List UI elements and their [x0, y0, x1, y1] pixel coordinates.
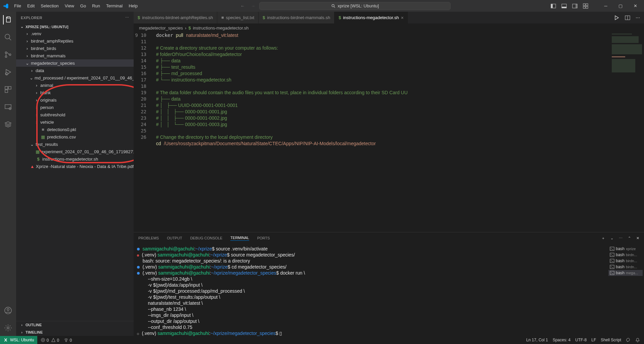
menu-run[interactable]: Run — [89, 2, 103, 10]
activity-extensions-icon[interactable] — [3, 85, 13, 94]
status-language[interactable]: Shell Script — [601, 338, 621, 342]
panel-maximize-icon[interactable]: ⌃ — [628, 236, 631, 240]
terminal-item[interactable]: bash birdn... — [608, 252, 643, 258]
window-close-button[interactable]: ✕ — [629, 3, 641, 8]
terminal-item[interactable]: bash mega... — [608, 270, 643, 276]
activity-remote-icon[interactable] — [3, 102, 13, 112]
status-remote[interactable]: WSL: Ubuntu — [0, 336, 37, 344]
panel-tab-debug-console[interactable]: DEBUG CONSOLE — [190, 236, 222, 240]
terminal-item[interactable]: bash xprize — [608, 246, 643, 252]
outline-section[interactable]: ›OUTLINE — [16, 321, 134, 329]
folder-item[interactable]: ⌄megadetector_species — [16, 59, 134, 67]
activity-account-icon[interactable] — [3, 306, 13, 315]
folder-item[interactable]: ›data — [16, 67, 134, 74]
chevron-icon: › — [34, 90, 39, 95]
layout-toggle-1-icon[interactable] — [551, 3, 556, 9]
terminal-item[interactable]: bash birdn... — [608, 258, 643, 264]
svg-rect-20 — [8, 87, 11, 89]
status-eol[interactable]: LF — [591, 338, 596, 342]
file-item[interactable]: ▦experiment_2024_07_01__09_46_06_1719827… — [16, 148, 134, 155]
status-bell-icon[interactable] — [635, 338, 640, 342]
folder-item[interactable]: ›person — [16, 104, 134, 111]
nav-forward-icon[interactable]: → — [251, 3, 255, 8]
terminal-shell-icon — [610, 246, 614, 251]
status-ports[interactable]: 0 — [64, 338, 72, 343]
minimap[interactable] — [610, 32, 644, 232]
file-item[interactable]: ▦predictions.csv — [16, 133, 134, 140]
terminal-item[interactable]: bash birdn... — [608, 264, 643, 270]
nav-back-icon[interactable]: ← — [240, 3, 245, 8]
menu-file[interactable]: File — [11, 2, 24, 10]
file-item[interactable]: ≡detections0.pkl — [16, 126, 134, 133]
layout-customize-icon[interactable] — [583, 3, 588, 9]
editor-tab[interactable]: $instructions-birdnet-mammals.sh — [259, 12, 334, 23]
panel-tab-ports[interactable]: PORTS — [257, 236, 270, 240]
editor-tab[interactable]: ≡species_list.txt — [217, 12, 259, 23]
panel-tab-terminal[interactable]: TERMINAL — [230, 236, 249, 241]
run-icon[interactable] — [614, 15, 619, 20]
panel-tab-output[interactable]: OUTPUT — [167, 236, 182, 240]
menu-go[interactable]: Go — [78, 2, 89, 10]
folder-item[interactable]: ›subthreshold — [16, 111, 134, 118]
folder-item[interactable]: ›originals — [16, 96, 134, 104]
menu-selection[interactable]: Selection — [38, 2, 61, 10]
editor-area: $instructions-birdnet-amphReptiles.sh≡sp… — [134, 12, 644, 336]
folder-item[interactable]: ›birdnet_birds — [16, 45, 134, 52]
svg-rect-30 — [610, 247, 614, 251]
svg-rect-8 — [583, 4, 585, 6]
terminal-dropdown-icon[interactable]: ⌄ — [610, 236, 613, 240]
explorer-more-icon[interactable]: ⋯ — [125, 15, 129, 20]
folder-item[interactable]: ›vehicle — [16, 118, 134, 126]
dollar-icon: $ — [338, 15, 341, 20]
status-errors[interactable]: 0 0 — [41, 338, 59, 343]
nav-arrows: ← → — [240, 3, 255, 8]
code-editor[interactable]: 9 10 11 12 13 14 15 16 17 18 19 20 21 22… — [134, 32, 644, 232]
new-terminal-icon[interactable]: ＋ — [601, 236, 605, 241]
activity-settings-icon[interactable] — [3, 323, 13, 333]
panel-close-icon[interactable]: ✕ — [636, 236, 639, 240]
status-encoding[interactable]: UTF-8 — [575, 338, 587, 342]
tree-root[interactable]: ⌄ XPRIZE [WSL: UBUNTU] — [16, 23, 134, 30]
timeline-section[interactable]: ›TIMELINE — [16, 329, 134, 336]
status-feedback-icon[interactable] — [626, 338, 631, 342]
menu-edit[interactable]: Edit — [25, 2, 37, 10]
window-maximize-button[interactable]: ▢ — [614, 3, 627, 8]
code-content[interactable]: docker pull naturalstate/md_vit:latest #… — [150, 32, 610, 232]
folder-item[interactable]: ›.venv — [16, 30, 134, 37]
menu-help[interactable]: Help — [126, 2, 140, 10]
panel-more-icon[interactable]: ⋯ — [619, 236, 623, 240]
activity-explorer-icon[interactable] — [3, 15, 12, 24]
menu-view[interactable]: View — [62, 2, 77, 10]
folder-item[interactable]: ⌄md_processed / experiment_2024_07_01__0… — [16, 74, 134, 81]
editor-tab[interactable]: $instructions-birdnet-amphReptiles.sh — [134, 12, 217, 23]
panel-tab-problems[interactable]: PROBLEMS — [138, 236, 159, 240]
window-minimize-button[interactable]: ─ — [600, 3, 612, 8]
folder-item[interactable]: ⌄test_results — [16, 140, 134, 148]
folder-item[interactable]: ›birdnet_mammals — [16, 52, 134, 59]
menu-terminal[interactable]: Terminal — [103, 2, 125, 10]
split-editor-icon[interactable] — [625, 15, 630, 20]
layout-toggle-3-icon[interactable] — [572, 3, 578, 9]
terminal-shell-icon — [610, 252, 614, 257]
editor-tabs: $instructions-birdnet-amphReptiles.sh≡sp… — [134, 12, 644, 23]
file-item[interactable]: $instructions-megadetector.sh — [16, 155, 134, 163]
activity-stack-icon[interactable] — [3, 120, 13, 129]
layout-toggle-2-icon[interactable] — [561, 3, 567, 9]
breadcrumb[interactable]: megadetector_species › $ instructions-me… — [134, 23, 644, 32]
activity-search-icon[interactable] — [3, 33, 13, 42]
tab-close-icon[interactable]: × — [401, 15, 404, 20]
explorer-title: EXPLORER — [21, 16, 42, 20]
svg-point-14 — [5, 52, 7, 54]
activity-debug-icon[interactable] — [3, 67, 13, 77]
terminal-output[interactable]: sammigachuhi@gachuhi:~/xprize$ source .v… — [134, 244, 607, 336]
file-item[interactable]: ▲Xprize -Natural state - Neoxia - Data &… — [16, 163, 134, 170]
activity-scm-icon[interactable] — [3, 50, 13, 59]
folder-item[interactable]: ›blank — [16, 89, 134, 96]
folder-item[interactable]: ›birdnet_amphReptiles — [16, 37, 134, 45]
status-spaces[interactable]: Spaces: 4 — [553, 338, 570, 342]
tab-more-icon[interactable]: ⋯ — [636, 15, 640, 20]
status-lncol[interactable]: Ln 17, Col 1 — [526, 338, 548, 342]
folder-item[interactable]: ›animal — [16, 81, 134, 89]
editor-tab[interactable]: $instructions-megadetector.sh× — [334, 12, 408, 23]
command-center-search[interactable]: xprize [WSL: Ubuntu] — [259, 2, 451, 10]
